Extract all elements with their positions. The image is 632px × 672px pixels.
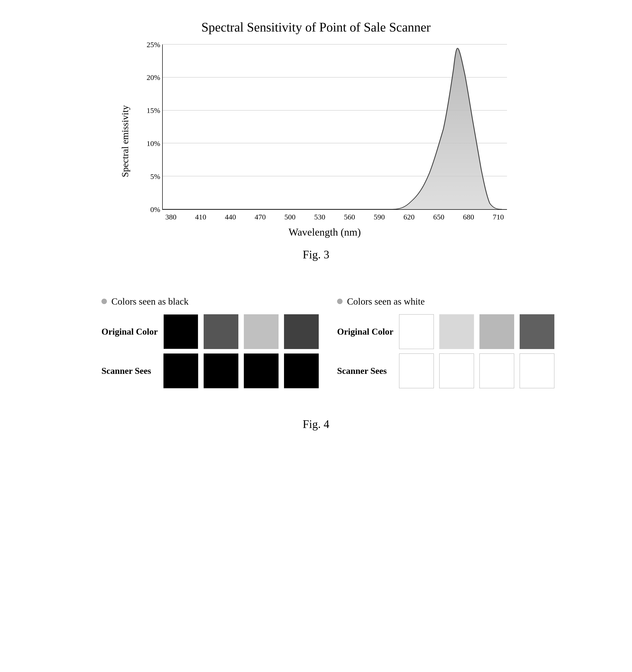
white-scanner-label: Scanner Sees bbox=[337, 366, 399, 376]
black-orig-swatch-1 bbox=[163, 314, 198, 349]
white-orig-swatch-3 bbox=[479, 314, 514, 349]
x-tick-710: 710 bbox=[490, 213, 507, 221]
black-legend-dot bbox=[101, 298, 107, 304]
black-color-panel: Colors seen as black Original Color Scan… bbox=[101, 296, 295, 393]
x-tick-560: 560 bbox=[341, 213, 358, 221]
x-tick-620: 620 bbox=[400, 213, 418, 221]
x-axis-title: Wavelength (nm) bbox=[135, 226, 514, 238]
fig4-label: Fig. 4 bbox=[303, 417, 329, 431]
white-orig-swatch-2 bbox=[439, 314, 474, 349]
white-original-row: Original Color bbox=[337, 314, 531, 349]
x-tick-440: 440 bbox=[222, 213, 239, 221]
black-scanner-row: Scanner Sees bbox=[101, 354, 295, 388]
x-tick-500: 500 bbox=[281, 213, 299, 221]
y-axis-label: Spectral emissivity bbox=[118, 44, 132, 238]
white-scanner-swatches bbox=[399, 354, 554, 388]
black-panel-legend: Colors seen as black bbox=[101, 296, 188, 307]
black-scan-swatch-4 bbox=[284, 354, 319, 388]
white-scan-swatch-3 bbox=[479, 354, 514, 388]
x-tick-470: 470 bbox=[252, 213, 269, 221]
white-scanner-row: Scanner Sees bbox=[337, 354, 531, 388]
white-scan-swatch-2 bbox=[439, 354, 474, 388]
black-orig-swatch-4 bbox=[284, 314, 319, 349]
black-orig-swatch-3 bbox=[244, 314, 279, 349]
x-tick-530: 530 bbox=[311, 213, 328, 221]
white-color-panel: Colors seen as white Original Color Scan… bbox=[337, 296, 531, 393]
black-original-label: Original Color bbox=[101, 327, 163, 337]
black-scanner-swatches bbox=[163, 354, 319, 388]
x-axis-ticks: 380 410 440 470 500 530 560 590 620 650 … bbox=[162, 210, 507, 221]
black-scan-swatch-3 bbox=[244, 354, 279, 388]
chart-svg bbox=[163, 44, 507, 209]
white-panel-legend: Colors seen as white bbox=[337, 296, 425, 307]
x-tick-680: 680 bbox=[460, 213, 477, 221]
x-tick-380: 380 bbox=[162, 213, 180, 221]
white-original-swatches bbox=[399, 314, 554, 349]
black-original-row: Original Color bbox=[101, 314, 295, 349]
white-legend-dot bbox=[337, 298, 343, 304]
chart-title: Spectral Sensitivity of Point of Sale Sc… bbox=[201, 20, 431, 34]
x-tick-650: 650 bbox=[430, 213, 448, 221]
black-scan-swatch-1 bbox=[163, 354, 198, 388]
white-legend-text: Colors seen as white bbox=[347, 296, 425, 307]
x-tick-590: 590 bbox=[371, 213, 388, 221]
black-scanner-label: Scanner Sees bbox=[101, 366, 163, 376]
white-orig-swatch-1 bbox=[399, 314, 434, 349]
black-legend-text: Colors seen as black bbox=[111, 296, 188, 307]
fig3-label: Fig. 3 bbox=[303, 248, 329, 261]
figure-3: Spectral Sensitivity of Point of Sale Sc… bbox=[118, 20, 514, 261]
black-scan-swatch-2 bbox=[204, 354, 238, 388]
fig4-panels: Colors seen as black Original Color Scan… bbox=[80, 296, 552, 393]
x-tick-410: 410 bbox=[192, 213, 209, 221]
chart-plot-area: 25% 20% 15% 10% 5% 0% bbox=[162, 44, 507, 210]
chart-body: 25% 20% 15% 10% 5% 0% bbox=[135, 44, 514, 238]
white-orig-swatch-4 bbox=[520, 314, 554, 349]
black-original-swatches bbox=[163, 314, 319, 349]
white-scan-swatch-1 bbox=[399, 354, 434, 388]
black-orig-swatch-2 bbox=[204, 314, 238, 349]
figure-4: Colors seen as black Original Color Scan… bbox=[80, 296, 552, 431]
white-scan-swatch-4 bbox=[520, 354, 554, 388]
chart-area: Spectral emissivity 25% 20% 15% 10% bbox=[118, 44, 514, 238]
white-original-label: Original Color bbox=[337, 327, 399, 337]
